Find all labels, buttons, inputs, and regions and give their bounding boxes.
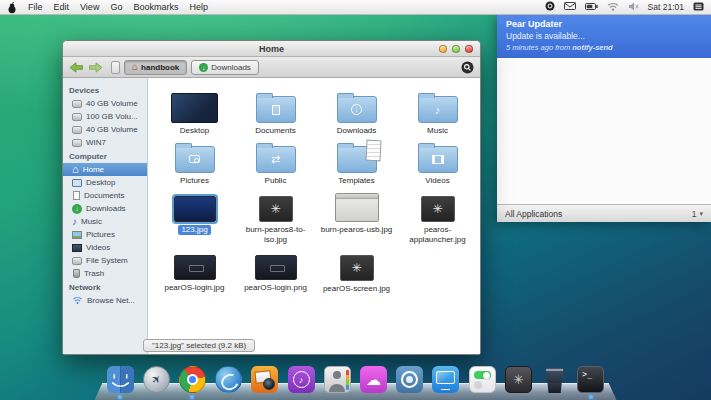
dock-item-terminal[interactable]: >_ [577, 366, 604, 393]
dock-item-music[interactable]: ♪ [288, 366, 315, 393]
dock-item-contacts[interactable] [324, 366, 351, 393]
file-item-burn-pearos8-to-iso[interactable]: ✳ burn-pearos8-to-iso.jpg [235, 185, 316, 244]
sidebar-item-volume-40gb[interactable]: 40 GB Volume [63, 97, 147, 110]
photos-icon [251, 366, 278, 393]
folder-icon [337, 146, 377, 173]
back-button[interactable] [69, 62, 84, 73]
volume-muted-icon[interactable] [628, 2, 639, 13]
notification-pear-updater[interactable]: Pear Updater Update is available... 5 mi… [497, 14, 711, 58]
file-item-pearos-login-png[interactable]: pearOS-login.png [235, 244, 316, 294]
file-item-pearos-login-jpg[interactable]: pearOS-login.jpg [154, 244, 235, 294]
document-icon [73, 191, 80, 200]
dock-item-cydia[interactable] [396, 366, 423, 393]
running-indicator [190, 395, 194, 399]
menubar: File Edit View Go Bookmarks Help Sat 21:… [0, 0, 711, 15]
toolbar: ⌂ handbook ↓ Downloads [63, 57, 480, 78]
all-applications-label[interactable]: All Applications [505, 209, 562, 219]
image-thumbnail [174, 255, 216, 280]
disk-icon [72, 139, 82, 147]
home-icon: ⌂ [132, 63, 138, 71]
tab-downloads[interactable]: ↓ Downloads [191, 60, 259, 75]
mail-icon[interactable] [564, 2, 576, 12]
dock-item-finder[interactable] [107, 366, 134, 393]
app-indicator-icon[interactable] [545, 1, 555, 13]
file-manager-window: Home ⌂ handbook ↓ Downloads [62, 40, 481, 355]
displays-icon [432, 366, 459, 393]
dock-item-trash[interactable] [541, 366, 568, 393]
sidebar-item-music[interactable]: ♪Music [63, 215, 147, 228]
download-icon: ↓ [199, 63, 208, 72]
dock-item-toggles[interactable] [469, 366, 496, 393]
dock-item-displays[interactable] [432, 366, 459, 393]
sidebar-item-downloads[interactable]: ↓Downloads [63, 202, 147, 215]
sidebar-item-win7[interactable]: WIN7 [63, 136, 147, 149]
thunderbird-icon [215, 366, 242, 393]
running-indicator [118, 395, 122, 399]
trash-icon [545, 368, 564, 393]
disk-icon [72, 113, 82, 121]
panel-footer: All Applications 1 ▾ [497, 204, 711, 222]
sidebar-item-desktop[interactable]: Desktop [63, 176, 147, 189]
search-button[interactable] [461, 61, 474, 74]
zoom-button[interactable] [452, 45, 460, 53]
file-item-music[interactable]: ♪ Music [397, 86, 478, 136]
dock-item-cloud[interactable]: ☁ [360, 366, 387, 393]
file-item-public[interactable]: ⇄ Public [235, 136, 316, 186]
menu-go[interactable]: Go [110, 2, 122, 12]
disk-icon [72, 126, 82, 134]
sidebar-item-videos[interactable]: Videos [63, 241, 147, 254]
pear-logo-icon[interactable] [7, 1, 17, 14]
sidebar-item-documents[interactable]: Documents [63, 189, 147, 202]
file-item-pearos-screen[interactable]: ✳ pearOS-screen.jpg [316, 244, 397, 294]
sidebar-item-browse-network[interactable]: Browse Net... [63, 294, 147, 307]
forward-button[interactable] [88, 62, 103, 73]
notification-count-dropdown[interactable]: 1 ▾ [692, 209, 703, 219]
desktop: File Edit View Go Bookmarks Help Sat 21:… [0, 0, 711, 400]
dock-item-photos[interactable] [251, 366, 278, 393]
close-button[interactable] [465, 45, 473, 53]
sidebar-item-volume-40gb-2[interactable]: 40 GB Volume [63, 123, 147, 136]
trash-icon [73, 269, 80, 278]
sidebar-item-pictures[interactable]: Pictures [63, 228, 147, 241]
dock-item-utilities[interactable]: ✳ [505, 366, 532, 393]
session-menu-icon[interactable] [693, 2, 704, 13]
dock-item-thunderbird[interactable] [215, 366, 242, 393]
utilities-gear-icon: ✳ [505, 366, 532, 393]
file-item-pearos-applauncher[interactable]: ✳ pearos-applauncher.jpg [397, 185, 478, 244]
pathbar-toggle-button[interactable] [111, 61, 120, 74]
dock-item-chrome[interactable] [179, 366, 206, 393]
clock: Sat 21:01 [648, 2, 684, 12]
video-icon [72, 244, 82, 252]
sidebar-item-volume-100gb[interactable]: 100 GB Volu... [63, 110, 147, 123]
chevron-down-icon: ▾ [699, 210, 703, 218]
file-item-downloads[interactable]: ↓ Downloads [316, 86, 397, 136]
sidebar-item-home[interactable]: ⌂Home [63, 163, 147, 176]
sidebar-item-trash[interactable]: Trash [63, 267, 147, 280]
battery-icon[interactable] [585, 2, 598, 12]
notification-title: Pear Updater [506, 19, 702, 29]
dock-item-launchpad[interactable]: ✈ [143, 366, 170, 393]
tab-handbook[interactable]: ⌂ handbook [124, 60, 187, 75]
file-item-pictures[interactable]: Pictures [154, 136, 235, 186]
file-item-documents[interactable]: Documents [235, 86, 316, 136]
menu-view[interactable]: View [80, 2, 99, 12]
menu-file[interactable]: File [28, 2, 43, 12]
notification-list-empty [497, 58, 711, 204]
file-item-videos[interactable]: Videos [397, 136, 478, 186]
file-item-123-jpg[interactable]: 123.jpg [154, 185, 235, 244]
picture-icon [72, 231, 82, 239]
file-item-desktop[interactable]: Desktop [154, 86, 235, 136]
sidebar-item-file-system[interactable]: File System [63, 254, 147, 267]
menu-help[interactable]: Help [189, 2, 208, 12]
home-icon: ⌂ [72, 165, 79, 174]
titlebar[interactable]: Home [63, 41, 480, 57]
wifi-icon[interactable] [607, 2, 619, 13]
minimize-button[interactable] [439, 45, 447, 53]
tab-label: Downloads [211, 63, 251, 72]
cydia-icon [396, 366, 423, 393]
menu-bookmarks[interactable]: Bookmarks [133, 2, 178, 12]
menu-edit[interactable]: Edit [54, 2, 70, 12]
finder-icon [107, 366, 134, 393]
file-item-burn-pearos-usb[interactable]: burn-pearos-usb.jpg [316, 185, 397, 244]
file-item-templates[interactable]: Templates [316, 136, 397, 186]
